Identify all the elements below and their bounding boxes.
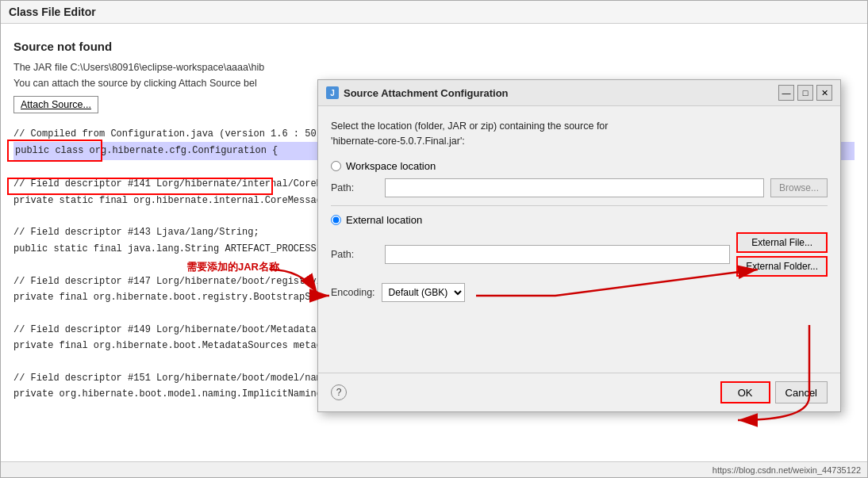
external-path-row: Path: External File... External Folder..… bbox=[331, 232, 828, 277]
footer-left: ? bbox=[331, 384, 347, 400]
maximize-button[interactable]: □ bbox=[797, 85, 813, 101]
external-path-label: Path: bbox=[331, 249, 378, 260]
external-radio-label: External location bbox=[346, 214, 422, 226]
dialog-controls: — □ ✕ bbox=[778, 85, 832, 101]
editor-title: Class File Editor bbox=[9, 6, 96, 18]
help-icon[interactable]: ? bbox=[331, 384, 347, 400]
external-path-input[interactable] bbox=[385, 245, 730, 264]
desc-line1: Select the location (folder, JAR or zip)… bbox=[331, 119, 828, 134]
dialog-description: Select the location (folder, JAR or zip)… bbox=[331, 119, 828, 149]
desc-line1: The JAR file C:\Users\80916\eclipse-work… bbox=[13, 62, 264, 73]
cancel-button[interactable]: Cancel bbox=[775, 381, 828, 403]
editor-title-bar: Class File Editor bbox=[1, 1, 867, 24]
footer-right: OK Cancel bbox=[720, 381, 828, 403]
dialog-body: Select the location (folder, JAR or zip)… bbox=[318, 106, 840, 321]
dialog-title-left: J Source Attachment Configuration bbox=[326, 86, 509, 99]
desc-line2: 'hibernate-core-5.0.7.Final.jar': bbox=[331, 134, 828, 149]
workspace-path-label: Path: bbox=[331, 182, 378, 193]
dialog-footer: ? OK Cancel bbox=[318, 373, 840, 411]
dialog-title-text: Source Attachment Configuration bbox=[344, 87, 509, 99]
external-file-button[interactable]: External File... bbox=[736, 232, 828, 253]
close-button[interactable]: ✕ bbox=[816, 85, 832, 101]
desc-line2: You can attach the source by clicking At… bbox=[13, 78, 257, 89]
encoding-row: Encoding: Default (GBK) UTF-8 ISO-8859-1 bbox=[331, 283, 828, 302]
section-divider bbox=[331, 205, 828, 206]
status-bar: https://blog.csdn.net/weixin_44735122 bbox=[1, 461, 867, 477]
source-not-found-title: Source not found bbox=[13, 40, 855, 53]
ok-button[interactable]: OK bbox=[720, 381, 770, 403]
encoding-label: Encoding: bbox=[331, 287, 375, 298]
workspace-radio[interactable] bbox=[331, 161, 341, 171]
workspace-path-row: Path: Browse... bbox=[331, 178, 828, 197]
external-folder-button[interactable]: External Folder... bbox=[736, 256, 828, 277]
external-buttons: External File... External Folder... bbox=[736, 232, 828, 277]
workspace-path-input[interactable] bbox=[385, 178, 764, 197]
external-radio-row: External location bbox=[331, 214, 828, 226]
dialog-icon: J bbox=[326, 86, 339, 99]
dialog-overlay: J Source Attachment Configuration — □ ✕ … bbox=[317, 79, 841, 412]
workspace-radio-row: Workspace location bbox=[331, 160, 828, 172]
minimize-button[interactable]: — bbox=[778, 85, 794, 101]
attach-source-button[interactable]: Attach Source... bbox=[13, 96, 98, 113]
dialog-title-bar: J Source Attachment Configuration — □ ✕ bbox=[318, 80, 840, 106]
encoding-select[interactable]: Default (GBK) UTF-8 ISO-8859-1 bbox=[382, 283, 465, 302]
browse-button[interactable]: Browse... bbox=[770, 178, 828, 197]
external-radio[interactable] bbox=[331, 215, 341, 225]
workspace-radio-label: Workspace location bbox=[346, 160, 436, 172]
status-text: https://blog.csdn.net/weixin_44735122 bbox=[712, 465, 861, 475]
